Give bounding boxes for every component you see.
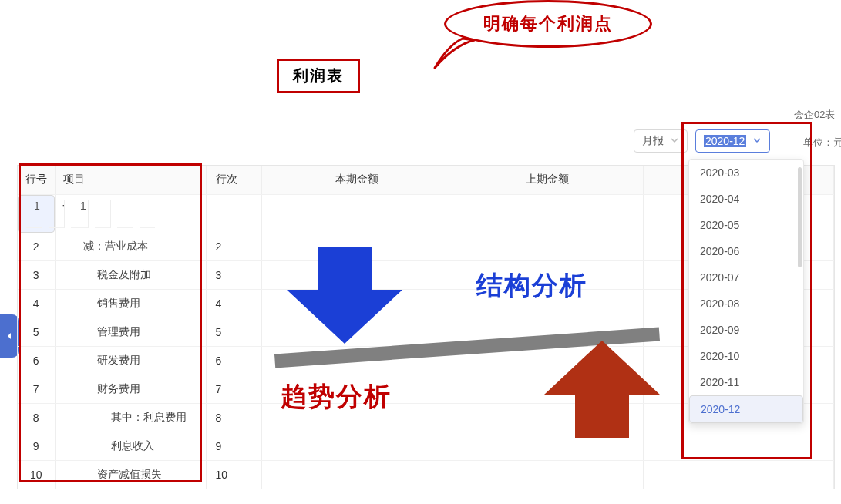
dropdown-option[interactable]: 2020-04 <box>689 186 803 212</box>
cell-amount[interactable] <box>452 461 644 489</box>
cell-amount[interactable] <box>95 200 111 228</box>
cell-amount[interactable] <box>452 375 644 404</box>
dropdown-option[interactable]: 2020-07 <box>689 264 803 291</box>
dropdown-option[interactable]: 2020-06 <box>689 238 803 264</box>
cell-amount[interactable] <box>261 261 452 290</box>
cell-amount[interactable] <box>261 461 452 489</box>
report-type-value: 月报 <box>642 134 664 148</box>
cell-seq: 10 <box>206 461 261 489</box>
unit-label: 单位：元 <box>803 136 841 150</box>
th-seq[interactable]: 行次 <box>206 166 261 194</box>
cell-seq: 2 <box>206 233 261 261</box>
cell-rownum: 10 <box>18 461 55 489</box>
cell-amount[interactable] <box>452 318 644 347</box>
cell-seq: 6 <box>206 347 261 375</box>
cell-amount[interactable] <box>643 432 834 461</box>
report-type-select[interactable]: 月报 <box>634 129 688 153</box>
cell-amount[interactable] <box>643 461 834 489</box>
chevron-down-icon <box>752 135 762 147</box>
cell-item: 资产减值损失 <box>55 461 206 489</box>
cell-seq: 1 <box>71 200 89 228</box>
th-item[interactable]: 项目 <box>55 166 206 194</box>
table-row[interactable]: 10资产减值损失10 <box>18 461 834 489</box>
cell-amount[interactable] <box>261 432 452 461</box>
dropdown-option[interactable]: 2020-10 <box>689 343 803 369</box>
cell-rownum: 1 <box>26 200 42 228</box>
cell-rownum: 4 <box>18 290 55 318</box>
cell-rownum: 3 <box>18 261 55 290</box>
cell-rownum: 8 <box>18 404 55 432</box>
cell-amount[interactable] <box>140 200 155 228</box>
cell-seq: 9 <box>206 432 261 461</box>
dropdown-option[interactable]: 2020-11 <box>689 369 803 395</box>
cell-seq: 8 <box>206 404 261 432</box>
report-period-dropdown: 2020-032020-042020-052020-062020-072020-… <box>688 159 804 424</box>
cell-item: 销售费用 <box>55 290 206 318</box>
cell-rownum: 7 <box>18 375 55 404</box>
dropdown-option[interactable]: 2020-12 <box>689 395 803 423</box>
cell-amount[interactable] <box>452 290 644 318</box>
cell-seq: 7 <box>206 375 261 404</box>
cell-amount[interactable] <box>261 318 452 347</box>
scrollbar-thumb[interactable] <box>798 167 802 267</box>
cell-item: 研发费用 <box>55 347 206 375</box>
th-rownum[interactable]: 行号 <box>18 166 55 194</box>
annotation-callout-tail <box>432 37 475 71</box>
cell-amount[interactable] <box>452 432 644 461</box>
report-selectors: 月报 2020-12 <box>634 129 770 153</box>
page-title: 利润表 <box>277 59 360 93</box>
cell-item: 利息收入 <box>55 432 206 461</box>
cell-amount[interactable] <box>452 404 644 432</box>
cell-amount[interactable] <box>452 347 644 375</box>
cell-amount[interactable] <box>261 347 452 375</box>
cell-rownum: 6 <box>18 347 55 375</box>
cell-rownum: 9 <box>18 432 55 461</box>
cell-amount[interactable] <box>261 375 452 404</box>
th-prev[interactable]: 上期金额 <box>452 166 644 194</box>
annotation-callout-bubble: 明确每个利润点 <box>421 0 660 71</box>
cell-amount[interactable] <box>261 404 452 432</box>
cell-item: 税金及附加 <box>55 261 206 290</box>
cell-amount[interactable] <box>261 233 452 261</box>
annotation-callout-text: 明确每个利润点 <box>444 0 652 48</box>
triangle-left-icon <box>5 331 14 341</box>
cell-item: 其中：利息费用 <box>55 404 206 432</box>
cell-seq: 4 <box>206 290 261 318</box>
cell-amount[interactable] <box>261 290 452 318</box>
table-row[interactable]: 9利息收入9 <box>18 432 834 461</box>
cell-seq: 3 <box>206 261 261 290</box>
cell-rownum: 5 <box>18 318 55 347</box>
cell-amount[interactable] <box>452 261 644 290</box>
cell-seq: 5 <box>206 318 261 347</box>
cell-amount[interactable] <box>117 200 133 228</box>
cell-amount[interactable] <box>452 233 644 261</box>
dropdown-option[interactable]: 2020-08 <box>689 291 803 317</box>
cell-item: 管理费用 <box>55 318 206 347</box>
report-period-select[interactable]: 2020-12 <box>695 129 770 153</box>
dropdown-option[interactable]: 2020-05 <box>689 212 803 238</box>
th-current[interactable]: 本期金额 <box>261 166 452 194</box>
dropdown-option[interactable]: 2020-03 <box>689 160 803 186</box>
cell-item: 财务费用 <box>55 375 206 404</box>
chevron-down-icon <box>670 135 679 147</box>
cell-item: 减：营业成本 <box>55 233 206 261</box>
table-row[interactable]: 1一、营业收入1 <box>18 195 55 233</box>
form-number-label: 会企02表 <box>794 108 835 122</box>
report-period-value: 2020-12 <box>704 135 746 147</box>
side-expand-tab[interactable] <box>0 314 19 358</box>
cell-rownum: 2 <box>18 233 55 261</box>
cell-item: 一、营业收入 <box>49 200 65 228</box>
dropdown-option[interactable]: 2020-09 <box>689 317 803 343</box>
